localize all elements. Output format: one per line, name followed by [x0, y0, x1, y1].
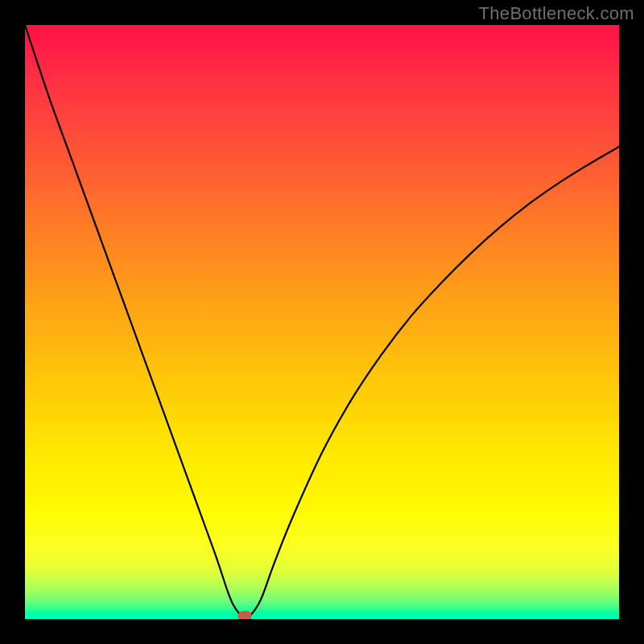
- plot-area: [25, 25, 619, 619]
- chart-frame: TheBottleneck.com: [0, 0, 644, 644]
- optimal-point-marker: [238, 611, 252, 619]
- watermark-text: TheBottleneck.com: [479, 3, 634, 24]
- bottleneck-curve: [25, 25, 619, 619]
